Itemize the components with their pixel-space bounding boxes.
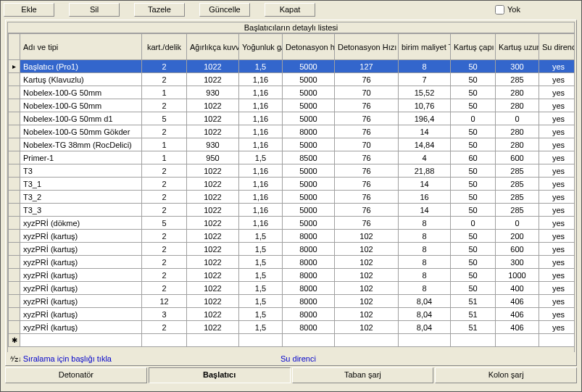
cell-agr[interactable]: 1022 <box>187 230 239 243</box>
col-agirlik[interactable]: Ağırlıkça kuvvet, cal/g <box>187 34 239 60</box>
cell-dc[interactable]: 102 <box>335 269 399 282</box>
cell-bm[interactable]: 7 <box>399 73 451 86</box>
cell-dh[interactable]: 5000 <box>283 112 335 125</box>
cell-bm[interactable]: 196,4 <box>399 112 451 125</box>
cell-bm[interactable]: 8 <box>399 282 451 295</box>
cell-yog[interactable]: 1,5 <box>239 269 283 282</box>
table-row[interactable]: xyzPRİ (kartuş)210221,58000102850600yes <box>9 243 575 256</box>
cell-ku[interactable]: 1000 <box>496 269 539 282</box>
cell-dh[interactable]: 8000 <box>283 308 335 321</box>
cell-dh[interactable]: 8000 <box>283 282 335 295</box>
new-row[interactable]: ✱ <box>9 334 575 347</box>
cell-ku[interactable]: 406 <box>496 295 539 308</box>
cell-agr[interactable]: 1022 <box>187 73 239 86</box>
cell-yog[interactable]: 1,5 <box>239 151 283 164</box>
cell-dh[interactable]: 5000 <box>283 73 335 86</box>
cell-dc[interactable]: 76 <box>335 164 399 178</box>
cell-dc[interactable]: 102 <box>335 282 399 295</box>
cell-su[interactable]: yes <box>539 308 575 321</box>
cell-bm[interactable]: 15,52 <box>399 86 451 99</box>
cell-kc[interactable]: 51 <box>451 308 496 321</box>
cell-kart[interactable]: 2 <box>142 269 187 282</box>
cell-yog[interactable]: 1,5 <box>239 321 283 334</box>
cell-dh[interactable]: 5000 <box>283 204 335 217</box>
cell-su[interactable]: yes <box>539 321 575 334</box>
cell-yog[interactable]: 1,16 <box>239 204 283 217</box>
cell-kc[interactable]: 50 <box>451 230 496 243</box>
cell-dc[interactable]: 70 <box>335 138 399 151</box>
cell-name[interactable]: T3_3 <box>20 204 142 217</box>
cell-dc[interactable]: 76 <box>335 112 399 125</box>
cell-dh[interactable]: 8000 <box>283 295 335 308</box>
cell-su[interactable]: yes <box>539 164 575 178</box>
cell-yog[interactable]: 1,16 <box>239 178 283 191</box>
cell-agr[interactable]: 1022 <box>187 217 239 230</box>
cell-bm[interactable]: 8 <box>399 230 451 243</box>
cell-yog[interactable]: 1,16 <box>239 112 283 125</box>
cell-name[interactable]: Nobelex-100-G 50mm d1 <box>20 112 142 125</box>
cell-dc[interactable]: 102 <box>335 256 399 269</box>
cell-ku[interactable]: 0 <box>496 217 539 230</box>
cell-kc[interactable]: 50 <box>451 269 496 282</box>
col-birim[interactable]: birim maliyet TL/kg <box>399 34 451 60</box>
cell-bm[interactable]: 8 <box>399 243 451 256</box>
cell-dc[interactable]: 70 <box>335 86 399 99</box>
cell-kc[interactable]: 50 <box>451 282 496 295</box>
cell-dh[interactable]: 8000 <box>283 125 335 138</box>
tab-baslatici[interactable]: Başlatıcı <box>149 367 291 383</box>
cell-kc[interactable]: 50 <box>451 125 496 138</box>
data-grid[interactable]: Adı ve tipi kart./delik Ağırlıkça kuvvet… <box>7 33 575 352</box>
yok-checkbox[interactable] <box>495 5 504 14</box>
cell-kart[interactable]: 1 <box>142 138 187 151</box>
cell-kart[interactable]: 2 <box>142 60 187 73</box>
cell-agr[interactable]: 1022 <box>187 112 239 125</box>
cell-dh[interactable]: 8000 <box>283 269 335 282</box>
cell-dc[interactable]: 76 <box>335 99 399 112</box>
cell-ku[interactable]: 300 <box>496 60 539 73</box>
table-row[interactable]: xyzPRİ (kartuş)310221,580001028,0451406y… <box>9 308 575 321</box>
cell-name[interactable]: Nobelex-100-G 50mm <box>20 86 142 99</box>
cell-name[interactable]: Nobelex-100-G 50mm <box>20 99 142 112</box>
col-su[interactable]: Su direnci <box>539 34 575 60</box>
cell-name[interactable]: T3 <box>20 164 142 178</box>
cell-ku[interactable]: 285 <box>496 73 539 86</box>
empty-cell[interactable] <box>496 334 539 347</box>
table-row[interactable]: xyzPRİ (kartuş)210221,580001028,0451406y… <box>9 321 575 334</box>
cell-dh[interactable]: 5000 <box>283 217 335 230</box>
cell-dc[interactable]: 102 <box>335 243 399 256</box>
cell-kart[interactable]: 3 <box>142 308 187 321</box>
cell-su[interactable]: yes <box>539 230 575 243</box>
table-row[interactable]: T3_2210221,165000761650285yes <box>9 191 575 204</box>
cell-name[interactable]: xyzPRİ (kartuş) <box>20 230 142 243</box>
cell-name[interactable]: xyzPRİ (kartuş) <box>20 295 142 308</box>
cell-kc[interactable]: 50 <box>451 60 496 73</box>
cell-dc[interactable]: 76 <box>335 217 399 230</box>
cell-name[interactable]: Nobelex-100-G 50mm Gökder <box>20 125 142 138</box>
ekle-button[interactable]: Ekle <box>4 3 54 17</box>
cell-bm[interactable]: 8,04 <box>399 295 451 308</box>
cell-su[interactable]: yes <box>539 138 575 151</box>
cell-kart[interactable]: 1 <box>142 86 187 99</box>
cell-dc[interactable]: 76 <box>335 125 399 138</box>
cell-dh[interactable]: 5000 <box>283 99 335 112</box>
col-kart[interactable]: kart./delik <box>142 34 187 60</box>
cell-yog[interactable]: 1,16 <box>239 191 283 204</box>
cell-agr[interactable]: 1022 <box>187 125 239 138</box>
cell-dh[interactable]: 8000 <box>283 243 335 256</box>
cell-dh[interactable]: 5000 <box>283 164 335 178</box>
cell-dh[interactable]: 8000 <box>283 230 335 243</box>
cell-agr[interactable]: 1022 <box>187 256 239 269</box>
tab-kolon[interactable]: Kolon şarj <box>435 367 577 383</box>
cell-name[interactable]: T3_1 <box>20 178 142 191</box>
cell-ku[interactable]: 285 <box>496 164 539 178</box>
col-det-hiz[interactable]: Detonasyon hızı m/sec <box>283 34 335 60</box>
table-row[interactable]: xyzPRİ (kartuş)210221,58000102850300yes <box>9 256 575 269</box>
cell-agr[interactable]: 1022 <box>187 178 239 191</box>
cell-su[interactable]: yes <box>539 73 575 86</box>
table-row[interactable]: Nobelex-100-G 50mm19301,1650007015,52502… <box>9 86 575 99</box>
cell-bm[interactable]: 14,84 <box>399 138 451 151</box>
cell-kc[interactable]: 50 <box>451 164 496 178</box>
cell-dc[interactable]: 102 <box>335 308 399 321</box>
cell-su[interactable]: yes <box>539 204 575 217</box>
cell-kart[interactable]: 1 <box>142 151 187 164</box>
